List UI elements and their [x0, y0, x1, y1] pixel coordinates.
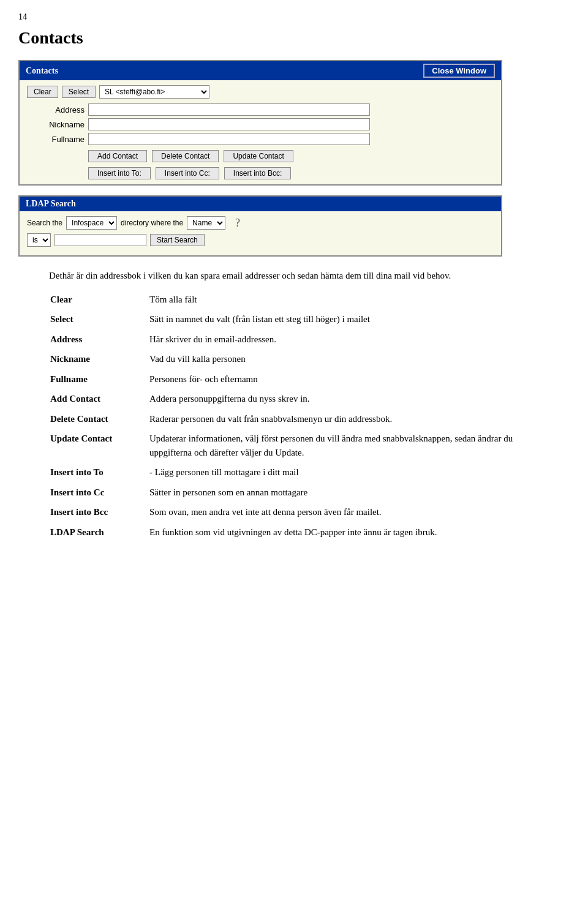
contacts-panel: Contacts Close Window Clear Select SL <s…: [18, 60, 502, 186]
ldap-panel: LDAP Search Search the Infospace directo…: [18, 195, 502, 257]
address-label: Address: [27, 105, 88, 115]
search-the-label: Search the: [27, 219, 62, 227]
desc-row: FullnamePersonens för- och efternamn: [50, 372, 550, 391]
desc-definition: Vad du vill kalla personen: [149, 352, 550, 371]
nickname-label: Nickname: [27, 120, 88, 129]
desc-term: Fullname: [50, 372, 148, 391]
description-intro: Dethär är din addressbok i vilken du kan…: [49, 269, 551, 283]
desc-definition: Sätter in personen som en annan mottagar…: [149, 486, 550, 505]
desc-row: Delete ContactRaderar personen du valt f…: [50, 412, 550, 431]
desc-row: Insert into BccSom ovan, men andra vet i…: [50, 505, 550, 524]
desc-row: NicknameVad du vill kalla personen: [50, 352, 550, 371]
action-buttons-row2: Insert into To: Insert into Cc: Insert i…: [88, 167, 494, 179]
desc-definition: Sätt in namnet du valt (från listan ett …: [149, 312, 550, 331]
contacts-panel-header: Contacts Close Window: [20, 61, 501, 80]
ldap-row2: is Start Search: [27, 233, 494, 247]
description-table: ClearTöm alla fältSelectSätt in namnet d…: [49, 291, 551, 546]
desc-term: Clear: [50, 293, 148, 312]
select-button[interactable]: Select: [62, 86, 96, 98]
desc-definition: Här skriver du in email-addressen.: [149, 332, 550, 351]
update-contact-button[interactable]: Update Contact: [224, 150, 293, 162]
fullname-label: Fullname: [27, 135, 88, 144]
contacts-top-row: Clear Select SL <steffi@abo.fi>: [27, 85, 494, 99]
desc-definition: Updaterar informationen, välj först pers…: [149, 432, 550, 464]
desc-term: Select: [50, 312, 148, 331]
directory-dropdown[interactable]: Infospace: [66, 216, 117, 230]
desc-row: Insert into To- Lägg personen till motta…: [50, 465, 550, 484]
desc-definition: En funktion som vid utgivningen av detta…: [149, 525, 550, 544]
clear-button[interactable]: Clear: [27, 86, 58, 98]
address-input[interactable]: [88, 103, 370, 116]
insert-bcc-button[interactable]: Insert into Bcc:: [224, 167, 291, 179]
help-icon: ?: [235, 217, 240, 230]
ldap-panel-header: LDAP Search: [20, 197, 501, 211]
contacts-panel-title: Contacts: [26, 66, 58, 76]
desc-term: Nickname: [50, 352, 148, 371]
contact-dropdown[interactable]: SL <steffi@abo.fi>: [99, 85, 209, 99]
desc-row: SelectSätt in namnet du valt (från lista…: [50, 312, 550, 331]
insert-to-button[interactable]: Insert into To:: [88, 167, 151, 179]
desc-definition: Personens för- och efternamn: [149, 372, 550, 391]
fullname-input[interactable]: [88, 133, 370, 145]
desc-definition: - Lägg personen till mottagare i ditt ma…: [149, 465, 550, 484]
nickname-input[interactable]: [88, 118, 370, 130]
add-contact-button[interactable]: Add Contact: [88, 150, 147, 162]
is-dropdown[interactable]: is: [27, 233, 51, 247]
desc-definition: Addera personuppgifterna du nyss skrev i…: [149, 392, 550, 411]
desc-term: Add Contact: [50, 392, 148, 411]
desc-row: AddressHär skriver du in email-addressen…: [50, 332, 550, 351]
action-buttons-row1: Add Contact Delete Contact Update Contac…: [88, 150, 494, 162]
insert-cc-button[interactable]: Insert into Cc:: [156, 167, 219, 179]
desc-term: Insert into Bcc: [50, 505, 148, 524]
desc-row: ClearTöm alla fält: [50, 293, 550, 312]
desc-row: Add ContactAddera personuppgifterna du n…: [50, 392, 550, 411]
desc-row: Update ContactUpdaterar informationen, v…: [50, 432, 550, 464]
page-title: Contacts: [18, 28, 570, 48]
directory-where-label: directory where the: [121, 219, 183, 227]
desc-row: LDAP SearchEn funktion som vid utgivning…: [50, 525, 550, 544]
nickname-row: Nickname: [27, 118, 494, 130]
contacts-panel-body: Clear Select SL <steffi@abo.fi> Address …: [20, 80, 501, 184]
name-dropdown[interactable]: Name: [187, 216, 225, 230]
desc-definition: Raderar personen du valt från snabbvalsm…: [149, 412, 550, 431]
ldap-search-input[interactable]: [55, 234, 146, 246]
desc-term: Update Contact: [50, 432, 148, 464]
fullname-row: Fullname: [27, 133, 494, 145]
ldap-panel-body: Search the Infospace directory where the…: [20, 211, 501, 255]
desc-term: LDAP Search: [50, 525, 148, 544]
desc-row: Insert into CcSätter in personen som en …: [50, 486, 550, 505]
address-row: Address: [27, 103, 494, 116]
desc-term: Address: [50, 332, 148, 351]
desc-term: Insert into To: [50, 465, 148, 484]
delete-contact-button[interactable]: Delete Contact: [152, 150, 219, 162]
desc-term: Delete Contact: [50, 412, 148, 431]
desc-definition: Töm alla fält: [149, 293, 550, 312]
page-number: 14: [18, 12, 570, 22]
start-search-button[interactable]: Start Search: [150, 234, 205, 246]
ldap-row1: Search the Infospace directory where the…: [27, 216, 494, 230]
desc-term: Insert into Cc: [50, 486, 148, 505]
desc-definition: Som ovan, men andra vet inte att denna p…: [149, 505, 550, 524]
close-window-button[interactable]: Close Window: [423, 64, 495, 78]
